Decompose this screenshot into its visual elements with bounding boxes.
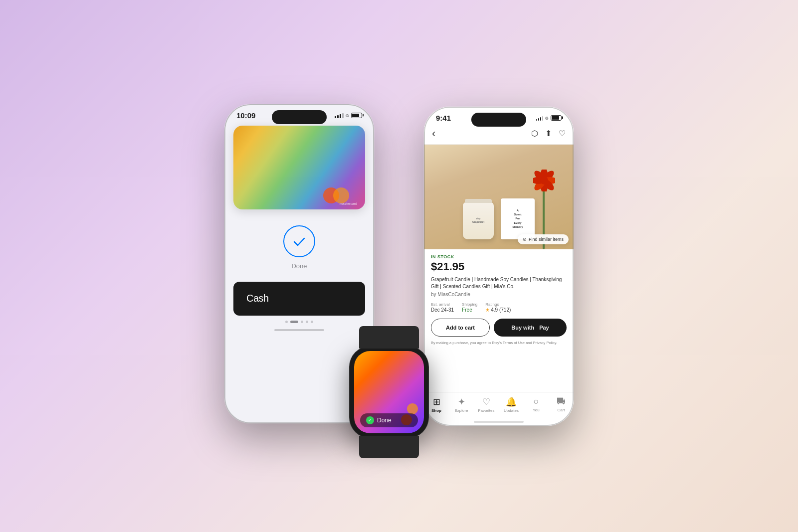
favorites-icon: ♡ — [482, 396, 490, 407]
product-image: etsyGrapefruit AScentForEveryMemory — [424, 145, 574, 249]
watch-screen: ✓ Done — [354, 351, 424, 433]
share-action-icon[interactable]: ⬡ — [531, 129, 538, 138]
upload-action-icon[interactable]: ⬆ — [545, 129, 552, 138]
apple-card: mastercard — [233, 126, 365, 209]
dot-5 — [311, 321, 313, 323]
phone-right-inner: 9:41 ⌾ ‹ ⬡ ⬆ ♡ — [424, 107, 574, 426]
watch-mastercard — [407, 403, 418, 414]
you-icon: ○ — [534, 396, 539, 407]
tab-favorites-label: Favorites — [478, 408, 495, 413]
shop-icon: ⊞ — [433, 396, 440, 407]
tab-cart[interactable]: ⛟ Cart — [549, 396, 574, 413]
watch-check-icon: ✓ — [366, 416, 374, 424]
tab-bar: ⊞ Shop ✦ Explore ♡ Favorites 🔔 Updates ○ — [424, 392, 574, 421]
notch-right — [471, 113, 526, 127]
product-details: IN STOCK $21.95 Grapefruit Candle | Hand… — [424, 249, 574, 392]
product-title: Grapefruit Candle | Handmade Soy Candles… — [431, 276, 567, 290]
done-label: Done — [291, 262, 307, 270]
candle-scene: etsyGrapefruit AScentForEveryMemory — [424, 145, 574, 249]
nav-action-buttons: ⬡ ⬆ ♡ — [531, 129, 566, 138]
ratings-label: Ratings — [485, 302, 511, 307]
home-indicator-right — [474, 421, 524, 423]
page-dots — [224, 316, 374, 327]
main-scene: 10:09 ⌾ mastercard — [224, 104, 574, 428]
product-meta: Est. arrival Dec 24-31 Shipping Free Rat… — [431, 302, 567, 313]
rating-number: 4.9 (712) — [491, 307, 511, 313]
arrival-label: Est. arrival — [431, 302, 454, 307]
tab-you-label: You — [533, 408, 540, 412]
tab-favorites[interactable]: ♡ Favorites — [474, 396, 499, 413]
find-similar-button[interactable]: ⊙ Find similar items — [518, 234, 569, 244]
find-similar-label: Find similar items — [529, 237, 564, 242]
product-buttons: Add to cart Buy with Pay — [431, 319, 567, 337]
est-arrival: Est. arrival Dec 24-31 — [431, 302, 454, 313]
apple-watch: ✓ Done — [349, 346, 429, 438]
etsy-nav-bar: ‹ ⬡ ⬆ ♡ — [424, 124, 574, 145]
add-to-cart-button[interactable]: Add to cart — [431, 319, 490, 337]
watch-body: ✓ Done — [349, 346, 429, 438]
wifi-icon-right: ⌾ — [545, 115, 549, 121]
svg-point-8 — [540, 177, 548, 184]
checkmark-circle — [283, 225, 315, 257]
tab-explore[interactable]: ✦ Explore — [449, 396, 474, 413]
apple-cash-text: Cash — [246, 293, 269, 304]
tab-cart-label: Cart — [557, 408, 565, 412]
mastercard-text: mastercard — [340, 202, 357, 205]
explore-icon: ✦ — [458, 396, 465, 407]
watch-done-bar: ✓ Done — [360, 413, 418, 427]
updates-icon: 🔔 — [506, 396, 517, 407]
checkmark-icon — [291, 233, 307, 249]
scent-card-text: AScentForEveryMemory — [512, 208, 523, 229]
right-phone: 9:41 ⌾ ‹ ⬡ ⬆ ♡ — [424, 107, 574, 426]
watch-strap-bottom — [359, 436, 419, 458]
status-icons-right: ⌾ — [536, 115, 562, 121]
dot-4 — [306, 321, 308, 323]
buy-with-label: Buy with — [511, 325, 534, 331]
time-left: 10:09 — [236, 111, 255, 120]
flower-head — [533, 170, 555, 191]
heart-action-icon[interactable]: ♡ — [559, 129, 566, 138]
left-phone-container: 10:09 ⌾ mastercard — [224, 104, 384, 428]
watch-strap-top — [359, 326, 419, 349]
product-price: $21.95 — [431, 260, 567, 273]
signal-icon-right — [536, 115, 544, 121]
battery-icon-left — [351, 113, 362, 118]
candle-jar-lid — [465, 199, 492, 203]
tab-shop-label: Shop — [431, 408, 441, 413]
tab-updates[interactable]: 🔔 Updates — [499, 396, 524, 413]
battery-icon-right — [551, 115, 562, 121]
tab-explore-label: Explore — [454, 408, 468, 413]
cart-icon: ⛟ — [557, 396, 566, 407]
shipping-info: Shipping Free — [462, 302, 477, 313]
buy-with-apple-pay-button[interactable]: Buy with Pay — [494, 319, 567, 337]
shipping-label: Shipping — [462, 302, 477, 307]
notch-left — [272, 110, 327, 124]
candle-jar-label: etsyGrapefruit — [472, 217, 484, 224]
shipping-value: Free — [462, 307, 477, 313]
back-button[interactable]: ‹ — [432, 127, 435, 140]
scent-card: AScentForEveryMemory — [501, 198, 535, 239]
policy-text: By making a purchase, you agree to Etsy'… — [431, 341, 567, 346]
dot-3 — [301, 321, 303, 323]
wifi-icon-left: ⌾ — [346, 113, 349, 118]
tab-updates-label: Updates — [504, 408, 519, 413]
buy-pay-label: Pay — [539, 325, 549, 331]
time-right: 9:41 — [436, 114, 451, 122]
stock-status: IN STOCK — [431, 254, 567, 259]
tab-you[interactable]: ○ You — [524, 396, 549, 413]
candle-jar: etsyGrapefruit — [463, 202, 494, 239]
camera-search-icon: ⊙ — [523, 237, 527, 242]
done-section: Done — [224, 213, 374, 278]
arrival-value: Dec 24-31 — [431, 307, 454, 313]
star-icon: ★ — [485, 307, 490, 313]
status-icons-left: ⌾ — [335, 112, 362, 118]
watch-mc-circle-right — [407, 403, 418, 414]
ratings-info: Ratings ★ 4.9 (712) — [485, 302, 511, 313]
product-seller: by MiasCoCandle — [431, 292, 567, 297]
mastercard-circle-right — [333, 187, 349, 203]
dot-1 — [285, 321, 288, 323]
dot-2-active — [290, 321, 298, 323]
signal-icon-left — [335, 112, 344, 118]
rating-value: ★ 4.9 (712) — [485, 307, 511, 313]
apple-cash-card: Cash — [233, 282, 365, 316]
